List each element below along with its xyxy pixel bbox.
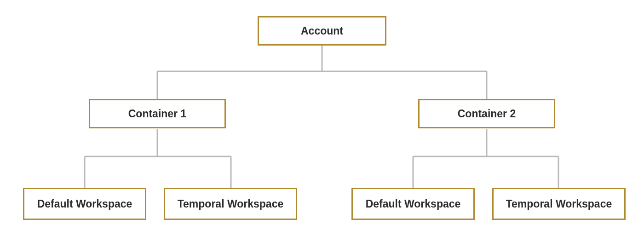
node-c2-temporal-workspace-label: Temporal Workspace <box>506 198 612 210</box>
node-container-2-label: Container 2 <box>458 108 516 120</box>
node-c2-default-workspace-label: Default Workspace <box>366 198 461 210</box>
node-container-1: Container 1 <box>89 99 226 128</box>
node-c2-default-workspace: Default Workspace <box>351 188 475 220</box>
node-c1-default-workspace-label: Default Workspace <box>37 198 132 210</box>
node-c1-temporal-workspace: Temporal Workspace <box>164 188 297 220</box>
node-c1-default-workspace: Default Workspace <box>23 188 146 220</box>
node-account-label: Account <box>301 25 343 37</box>
node-container-1-label: Container 1 <box>128 108 187 120</box>
node-container-2: Container 2 <box>418 99 555 128</box>
node-account: Account <box>258 16 386 46</box>
node-c2-temporal-workspace: Temporal Workspace <box>492 188 626 220</box>
node-c1-temporal-workspace-label: Temporal Workspace <box>178 198 284 210</box>
